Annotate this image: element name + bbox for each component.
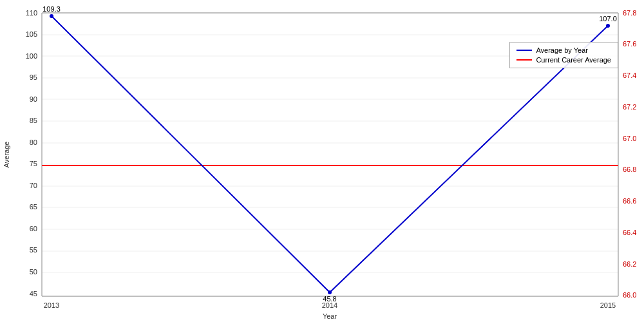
y-right-tick-66.4: 66.4 — [623, 229, 636, 236]
y-right-tick-67.4: 67.4 — [623, 71, 636, 79]
x-axis-label: Year — [323, 312, 337, 320]
y-right-tick-66.0: 66.0 — [623, 291, 636, 299]
x-tick-2013: 2013 — [44, 301, 59, 309]
label-2014: 45.8 — [323, 295, 336, 303]
y-tick-95: 95 — [30, 73, 37, 81]
legend-label-average: Average by Year — [536, 46, 588, 54]
y-right-tick-66.2: 66.2 — [623, 260, 636, 268]
label-2013: 109.3 — [43, 5, 61, 13]
legend-item-average: Average by Year — [516, 46, 611, 54]
y-tick-50: 50 — [30, 268, 37, 276]
y-tick-60: 60 — [30, 225, 37, 232]
y-tick-65: 65 — [30, 203, 37, 211]
legend-line-red — [516, 59, 532, 61]
label-2015: 107.0 — [599, 15, 617, 23]
data-point-2015 — [606, 24, 610, 28]
legend-line-blue — [516, 50, 532, 51]
x-tick-2015: 2015 — [600, 301, 616, 309]
y-right-tick-67.0: 67.0 — [623, 135, 636, 142]
y-right-tick-67.8: 67.8 — [623, 9, 636, 17]
y-tick-100: 100 — [26, 52, 37, 60]
y-right-tick-66.8: 66.8 — [623, 166, 636, 173]
y-tick-105: 105 — [26, 30, 37, 38]
y-tick-110: 110 — [26, 9, 37, 17]
y-left-label: Average — [3, 142, 10, 168]
y-tick-55: 55 — [30, 246, 37, 254]
legend-box: Average by Year Current Career Average — [509, 42, 618, 68]
y-tick-70: 70 — [30, 182, 37, 189]
data-point-2013 — [50, 14, 53, 18]
y-tick-85: 85 — [30, 117, 37, 124]
y-tick-80: 80 — [30, 138, 37, 146]
y-right-tick-67.6: 67.6 — [623, 40, 636, 48]
y-right-tick-67.2: 67.2 — [623, 103, 636, 111]
y-right-tick-66.6: 66.6 — [623, 197, 636, 205]
y-tick-90: 90 — [30, 95, 37, 103]
y-tick-45: 45 — [30, 290, 37, 298]
y-tick-75: 75 — [30, 160, 37, 167]
legend-label-career: Current Career Average — [536, 56, 611, 64]
chart-container: 110 105 100 95 90 85 80 75 70 65 60 55 5… — [0, 0, 644, 322]
legend-item-career: Current Career Average — [516, 56, 611, 64]
data-point-2014 — [328, 290, 332, 294]
